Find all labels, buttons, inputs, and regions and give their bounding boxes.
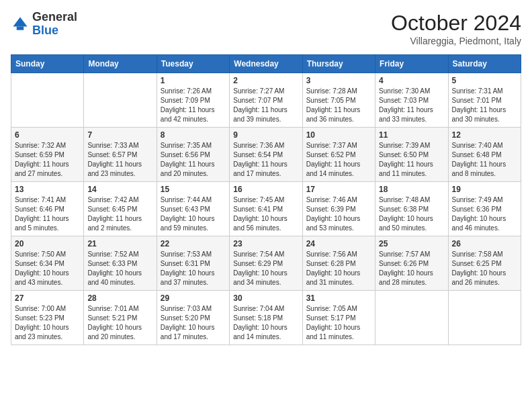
logo: General Blue [11, 11, 77, 38]
day-number: 7 [87, 130, 152, 140]
day-cell [11, 73, 84, 128]
day-cell: 12Sunrise: 7:40 AM Sunset: 6:48 PM Dayli… [448, 128, 521, 182]
day-number: 18 [379, 185, 444, 194]
svg-rect-1 [17, 26, 24, 30]
day-cell: 19Sunrise: 7:49 AM Sunset: 6:36 PM Dayli… [448, 182, 521, 236]
day-info: Sunrise: 7:39 AM Sunset: 6:50 PM Dayligh… [379, 141, 444, 179]
day-number: 25 [379, 239, 444, 248]
day-info: Sunrise: 7:32 AM Sunset: 6:59 PM Dayligh… [15, 141, 80, 179]
day-number: 8 [161, 130, 226, 140]
day-number: 20 [15, 239, 80, 248]
day-info: Sunrise: 7:54 AM Sunset: 6:29 PM Dayligh… [233, 250, 298, 287]
day-info: Sunrise: 7:37 AM Sunset: 6:52 PM Dayligh… [306, 141, 371, 179]
day-info: Sunrise: 7:44 AM Sunset: 6:43 PM Dayligh… [161, 195, 226, 233]
day-cell: 6Sunrise: 7:32 AM Sunset: 6:59 PM Daylig… [11, 128, 84, 182]
day-cell [84, 73, 157, 128]
day-cell: 11Sunrise: 7:39 AM Sunset: 6:50 PM Dayli… [375, 128, 448, 182]
page-header: General Blue October 2024 Villareggia, P… [11, 11, 521, 46]
weekday-header-monday: Monday [84, 55, 157, 73]
day-info: Sunrise: 7:56 AM Sunset: 6:28 PM Dayligh… [306, 250, 371, 287]
day-cell: 1Sunrise: 7:26 AM Sunset: 7:09 PM Daylig… [157, 73, 229, 128]
day-number: 9 [233, 130, 298, 140]
day-info: Sunrise: 7:01 AM Sunset: 5:21 PM Dayligh… [87, 304, 152, 342]
day-number: 17 [306, 185, 371, 194]
weekday-header-tuesday: Tuesday [157, 55, 229, 73]
day-number: 4 [379, 76, 444, 85]
day-number: 28 [87, 293, 152, 303]
weekday-header-wednesday: Wednesday [230, 55, 302, 73]
day-info: Sunrise: 7:46 AM Sunset: 6:39 PM Dayligh… [306, 195, 371, 233]
logo-general: General [32, 10, 77, 24]
day-number: 10 [306, 130, 371, 140]
weekday-header-friday: Friday [375, 55, 448, 73]
day-number: 11 [379, 130, 444, 140]
day-cell: 27Sunrise: 7:00 AM Sunset: 5:23 PM Dayli… [11, 291, 84, 345]
logo-icon [11, 15, 30, 34]
day-cell: 25Sunrise: 7:57 AM Sunset: 6:26 PM Dayli… [375, 236, 448, 291]
day-number: 15 [161, 185, 226, 194]
day-number: 16 [233, 185, 298, 194]
day-info: Sunrise: 7:28 AM Sunset: 7:05 PM Dayligh… [306, 87, 371, 124]
day-cell: 10Sunrise: 7:37 AM Sunset: 6:52 PM Dayli… [302, 128, 375, 182]
day-number: 27 [15, 293, 80, 303]
day-number: 23 [233, 239, 298, 248]
weekday-header-thursday: Thursday [302, 55, 375, 73]
day-number: 2 [233, 76, 298, 85]
logo-blue: Blue [32, 24, 58, 37]
day-info: Sunrise: 7:49 AM Sunset: 6:36 PM Dayligh… [452, 195, 517, 233]
day-cell: 26Sunrise: 7:58 AM Sunset: 6:25 PM Dayli… [448, 236, 521, 291]
day-number: 22 [161, 239, 226, 248]
day-cell: 30Sunrise: 7:04 AM Sunset: 5:18 PM Dayli… [230, 291, 302, 345]
day-cell: 24Sunrise: 7:56 AM Sunset: 6:28 PM Dayli… [302, 236, 375, 291]
day-number: 12 [452, 130, 517, 140]
day-info: Sunrise: 7:36 AM Sunset: 6:54 PM Dayligh… [233, 141, 298, 179]
day-info: Sunrise: 7:35 AM Sunset: 6:56 PM Dayligh… [161, 141, 226, 179]
day-info: Sunrise: 7:58 AM Sunset: 6:25 PM Dayligh… [452, 250, 517, 287]
day-cell: 7Sunrise: 7:33 AM Sunset: 6:57 PM Daylig… [84, 128, 157, 182]
weekday-header-row: SundayMondayTuesdayWednesdayThursdayFrid… [11, 55, 521, 73]
day-info: Sunrise: 7:03 AM Sunset: 5:20 PM Dayligh… [161, 304, 226, 342]
day-number: 29 [161, 293, 226, 303]
weekday-header-sunday: Sunday [11, 55, 84, 73]
day-number: 19 [452, 185, 517, 194]
day-cell [448, 291, 521, 345]
day-info: Sunrise: 7:50 AM Sunset: 6:34 PM Dayligh… [15, 250, 80, 287]
week-row-3: 13Sunrise: 7:41 AM Sunset: 6:46 PM Dayli… [11, 182, 521, 236]
day-info: Sunrise: 7:41 AM Sunset: 6:46 PM Dayligh… [15, 195, 80, 233]
day-info: Sunrise: 7:00 AM Sunset: 5:23 PM Dayligh… [15, 304, 80, 342]
svg-marker-0 [13, 17, 28, 26]
day-info: Sunrise: 7:40 AM Sunset: 6:48 PM Dayligh… [452, 141, 517, 179]
day-cell: 16Sunrise: 7:45 AM Sunset: 6:41 PM Dayli… [230, 182, 302, 236]
day-cell: 15Sunrise: 7:44 AM Sunset: 6:43 PM Dayli… [157, 182, 229, 236]
day-cell: 3Sunrise: 7:28 AM Sunset: 7:05 PM Daylig… [302, 73, 375, 128]
day-cell: 23Sunrise: 7:54 AM Sunset: 6:29 PM Dayli… [230, 236, 302, 291]
day-info: Sunrise: 7:42 AM Sunset: 6:45 PM Dayligh… [87, 195, 152, 233]
day-info: Sunrise: 7:48 AM Sunset: 6:38 PM Dayligh… [379, 195, 444, 233]
day-number: 21 [87, 239, 152, 248]
weekday-header-saturday: Saturday [448, 55, 521, 73]
day-cell: 18Sunrise: 7:48 AM Sunset: 6:38 PM Dayli… [375, 182, 448, 236]
day-info: Sunrise: 7:57 AM Sunset: 6:26 PM Dayligh… [379, 250, 444, 287]
day-cell: 5Sunrise: 7:31 AM Sunset: 7:01 PM Daylig… [448, 73, 521, 128]
week-row-4: 20Sunrise: 7:50 AM Sunset: 6:34 PM Dayli… [11, 236, 521, 291]
day-number: 14 [87, 185, 152, 194]
day-cell: 4Sunrise: 7:30 AM Sunset: 7:03 PM Daylig… [375, 73, 448, 128]
day-info: Sunrise: 7:33 AM Sunset: 6:57 PM Dayligh… [87, 141, 152, 179]
day-info: Sunrise: 7:27 AM Sunset: 7:07 PM Dayligh… [233, 87, 298, 124]
logo-text: General Blue [32, 11, 77, 38]
day-cell: 29Sunrise: 7:03 AM Sunset: 5:20 PM Dayli… [157, 291, 229, 345]
day-number: 13 [15, 185, 80, 194]
month-year-title: October 2024 [391, 11, 521, 36]
week-row-5: 27Sunrise: 7:00 AM Sunset: 5:23 PM Dayli… [11, 291, 521, 345]
day-info: Sunrise: 7:53 AM Sunset: 6:31 PM Dayligh… [161, 250, 226, 287]
day-info: Sunrise: 7:45 AM Sunset: 6:41 PM Dayligh… [233, 195, 298, 233]
day-cell: 17Sunrise: 7:46 AM Sunset: 6:39 PM Dayli… [302, 182, 375, 236]
day-number: 31 [306, 293, 371, 303]
day-cell: 14Sunrise: 7:42 AM Sunset: 6:45 PM Dayli… [84, 182, 157, 236]
day-number: 6 [15, 130, 80, 140]
day-number: 26 [452, 239, 517, 248]
day-cell: 31Sunrise: 7:05 AM Sunset: 5:17 PM Dayli… [302, 291, 375, 345]
week-row-2: 6Sunrise: 7:32 AM Sunset: 6:59 PM Daylig… [11, 128, 521, 182]
day-cell: 22Sunrise: 7:53 AM Sunset: 6:31 PM Dayli… [157, 236, 229, 291]
day-cell: 9Sunrise: 7:36 AM Sunset: 6:54 PM Daylig… [230, 128, 302, 182]
